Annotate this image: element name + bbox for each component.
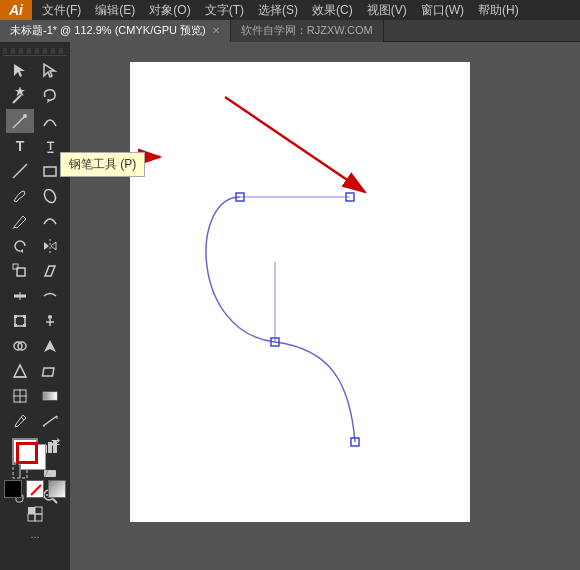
puppet-warp-tool[interactable]: [36, 309, 64, 333]
tool-row-width: [3, 284, 67, 308]
perspective-grid-tool[interactable]: [6, 359, 34, 383]
view-mode-icon[interactable]: [25, 504, 45, 524]
stroke-black-swatch[interactable]: [4, 480, 22, 498]
more-tools[interactable]: ...: [4, 528, 66, 540]
tool-row-paint: [3, 184, 67, 208]
warp-tool[interactable]: [36, 284, 64, 308]
tool-row-perspective: [3, 359, 67, 383]
tab-website-label: 软件自学网：RJZXW.COM: [241, 23, 373, 38]
tool-row-line: [3, 159, 67, 183]
live-paint-tool[interactable]: [36, 334, 64, 358]
svg-rect-47: [35, 514, 42, 521]
menu-bar: Ai 文件(F) 编辑(E) 对象(O) 文字(T) 选择(S) 效果(C) 视…: [0, 0, 580, 20]
svg-rect-21: [43, 368, 54, 376]
view-mode-row: [4, 504, 66, 524]
menu-edit[interactable]: 编辑(E): [89, 1, 141, 20]
scale-tool[interactable]: [6, 259, 34, 283]
eyedropper-tool[interactable]: [6, 409, 34, 433]
free-transform-tool[interactable]: [6, 309, 34, 333]
tool-row-freetransform: [3, 309, 67, 333]
line-segment-tool[interactable]: [6, 159, 34, 183]
paintbrush-tool[interactable]: [6, 184, 34, 208]
menu-window[interactable]: 窗口(W): [415, 1, 470, 20]
menu-object[interactable]: 对象(O): [143, 1, 196, 20]
shape-builder-tool[interactable]: [6, 334, 34, 358]
svg-point-15: [48, 315, 52, 319]
tool-row-shape-builder: [3, 334, 67, 358]
selection-tool[interactable]: [6, 59, 34, 83]
blob-brush-tool[interactable]: [36, 184, 64, 208]
app-logo: Ai: [0, 0, 32, 20]
touch-type-tool[interactable]: T̲: [36, 134, 64, 158]
magic-wand-tool[interactable]: [6, 84, 34, 108]
pencil-tool[interactable]: [6, 209, 34, 233]
svg-rect-45: [35, 507, 42, 514]
tool-row-1: [3, 59, 67, 83]
tool-row-rotate: [3, 234, 67, 258]
canvas-area: [70, 42, 580, 570]
color-boxes: ⇄: [10, 436, 60, 476]
stroke-row: [4, 480, 66, 498]
pen-tool[interactable]: [6, 109, 34, 133]
svg-rect-46: [28, 514, 35, 521]
svg-rect-12: [23, 315, 26, 318]
tab-close-button[interactable]: ✕: [212, 25, 220, 36]
menu-file[interactable]: 文件(F): [36, 1, 87, 20]
drawing-canvas: [130, 62, 470, 522]
tab-bar: 未标题-1* @ 112.9% (CMYK/GPU 预览) ✕ 软件自学网：RJ…: [0, 20, 580, 42]
shear-tool[interactable]: [36, 259, 64, 283]
direct-selection-tool[interactable]: [36, 59, 64, 83]
menu-items: 文件(F) 编辑(E) 对象(O) 文字(T) 选择(S) 效果(C) 视图(V…: [32, 1, 525, 20]
menu-select[interactable]: 选择(S): [252, 1, 304, 20]
tool-row-eyedropper: [3, 409, 67, 433]
tool-row-type: T T̲: [3, 134, 67, 158]
tab-website[interactable]: 软件自学网：RJZXW.COM: [231, 20, 384, 42]
svg-line-27: [43, 416, 57, 426]
tab-document-label: 未标题-1* @ 112.9% (CMYK/GPU 预览): [10, 23, 206, 38]
smooth-tool[interactable]: [36, 209, 64, 233]
menu-help[interactable]: 帮助(H): [472, 1, 525, 20]
tab-document[interactable]: 未标题-1* @ 112.9% (CMYK/GPU 预览) ✕: [0, 20, 231, 42]
svg-point-5: [42, 187, 58, 204]
svg-line-3: [13, 164, 27, 178]
foreground-color-box[interactable]: [12, 438, 38, 464]
perspective-selection-tool[interactable]: [36, 359, 64, 383]
tool-row-pen: [3, 109, 67, 133]
svg-rect-14: [23, 324, 26, 327]
lasso-tool[interactable]: [36, 84, 64, 108]
bezier-curve: [206, 197, 355, 442]
svg-point-2: [23, 114, 27, 118]
svg-rect-25: [43, 392, 57, 400]
svg-rect-11: [14, 315, 17, 318]
menu-view[interactable]: 视图(V): [361, 1, 413, 20]
toolbar: 钢笔工具 (P) T T̲: [0, 42, 70, 570]
menu-effect[interactable]: 效果(C): [306, 1, 359, 20]
stroke-gradient-swatch[interactable]: [48, 480, 66, 498]
mesh-tool[interactable]: [6, 384, 34, 408]
curvature-tool[interactable]: [36, 109, 64, 133]
gradient-tool[interactable]: [36, 384, 64, 408]
svg-rect-4: [44, 167, 56, 176]
svg-line-26: [21, 417, 24, 420]
rotate-tool[interactable]: [6, 234, 34, 258]
svg-line-0: [13, 95, 21, 103]
svg-rect-44: [28, 507, 35, 514]
measure-tool[interactable]: [36, 409, 64, 433]
type-tool[interactable]: T: [6, 134, 34, 158]
menu-type[interactable]: 文字(T): [199, 1, 250, 20]
width-tool[interactable]: [6, 284, 34, 308]
stroke-none-swatch[interactable]: [26, 480, 44, 498]
tool-row-2: [3, 84, 67, 108]
foreground-color-inner: [16, 442, 38, 464]
rectangle-tool[interactable]: [36, 159, 64, 183]
svg-marker-6: [20, 249, 23, 253]
tool-row-mesh: [3, 384, 67, 408]
svg-rect-13: [14, 324, 17, 327]
tool-row-scale: [3, 259, 67, 283]
reflect-tool[interactable]: [36, 234, 64, 258]
main-area: 钢笔工具 (P) T T̲: [0, 42, 580, 570]
swap-colors-button[interactable]: ⇄: [51, 436, 60, 449]
color-section: ⇄ ...: [4, 436, 66, 540]
artboard: [130, 62, 470, 522]
tool-row-pencil: [3, 209, 67, 233]
